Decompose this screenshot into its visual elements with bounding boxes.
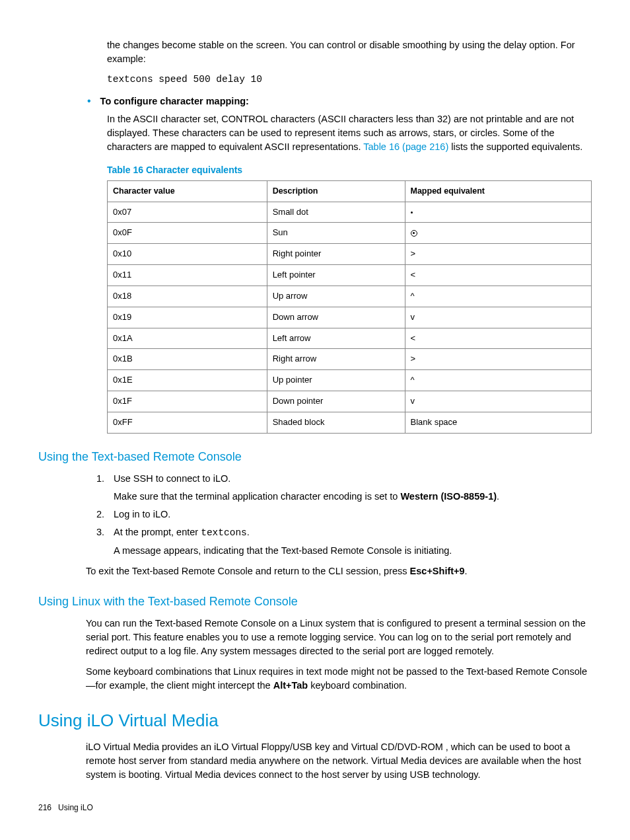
page-footer: 216 Using iLO — [38, 802, 93, 814]
cell-value: 0x07 — [108, 202, 267, 223]
step-sub-before: Make sure that the terminal application … — [114, 491, 400, 502]
table-row: 0x1B Right arrow > — [108, 349, 592, 370]
page-number: 216 — [38, 803, 52, 812]
th-char-value: Character value — [108, 181, 267, 202]
step-1: Use SSH to connect to iLO. Make sure tha… — [107, 472, 592, 504]
cell-value: 0x0F — [108, 223, 267, 244]
table-row: 0x19 Down arrow v — [108, 307, 592, 328]
intro-code: textcons speed 500 delay 10 — [107, 73, 592, 87]
table-row: 0x11 Left pointer < — [108, 265, 592, 286]
exit-instruction: To exit the Text-based Remote Console an… — [86, 564, 592, 578]
sun-icon — [411, 230, 417, 237]
cell-value: 0x1F — [108, 391, 267, 412]
step-sub-bold: Western (ISO-8859-1) — [400, 491, 497, 502]
cell-mapped: Blank space — [405, 412, 592, 433]
step-subtext: Make sure that the terminal application … — [114, 490, 592, 504]
linux-p2-after: keyboard combination. — [308, 680, 407, 691]
cell-value: 0x1E — [108, 370, 267, 391]
exit-before: To exit the Text-based Remote Console an… — [86, 566, 410, 576]
cell-value: 0x1B — [108, 349, 267, 370]
section-heading-virtual-media: Using iLO Virtual Media — [38, 708, 592, 734]
cell-value: 0x1A — [108, 328, 267, 349]
exit-after: . — [465, 566, 468, 576]
cell-mapped: > — [405, 244, 592, 265]
linux-p2-bold: Alt+Tab — [273, 680, 308, 691]
cell-desc: Left arrow — [267, 328, 405, 349]
step-subtext: A message appears, indicating that the T… — [114, 544, 592, 558]
footer-section: Using iLO — [58, 803, 93, 812]
table-link[interactable]: Table 16 (page 216) — [363, 141, 448, 152]
cell-mapped — [405, 223, 592, 244]
exit-key: Esc+Shift+9 — [410, 566, 465, 576]
bullet-body: In the ASCII character set, CONTROL char… — [107, 112, 592, 154]
bullet-heading: To configure character mapping: — [100, 95, 249, 108]
table-row: 0x1E Up pointer ^ — [108, 370, 592, 391]
th-description: Description — [267, 181, 405, 202]
step-3: At the prompt, enter textcons. A message… — [107, 525, 592, 558]
cell-mapped: < — [405, 265, 592, 286]
cell-mapped: v — [405, 307, 592, 328]
cell-mapped: < — [405, 328, 592, 349]
table-row: 0x0F Sun — [108, 223, 592, 244]
table-header-row: Character value Description Mapped equiv… — [108, 181, 592, 202]
cell-mapped — [405, 202, 592, 223]
table-row: 0x07 Small dot — [108, 202, 592, 223]
table-row: 0xFF Shaded block Blank space — [108, 412, 592, 433]
cell-mapped: ^ — [405, 370, 592, 391]
character-equivalents-table: Character value Description Mapped equiv… — [107, 180, 592, 433]
th-mapped: Mapped equivalent — [405, 181, 592, 202]
cell-desc: Up arrow — [267, 286, 405, 307]
cell-value: 0x18 — [108, 286, 267, 307]
cell-desc: Up pointer — [267, 370, 405, 391]
cell-desc: Left pointer — [267, 265, 405, 286]
small-dot-icon — [411, 211, 413, 213]
virtual-media-para: iLO Virtual Media provides an iLO Virtua… — [86, 740, 592, 782]
table-row: 0x10 Right pointer > — [108, 244, 592, 265]
step-sub-after: . — [497, 491, 499, 502]
cell-desc: Right pointer — [267, 244, 405, 265]
bullet-icon: • — [87, 95, 91, 108]
step-text: At the prompt, enter — [114, 527, 201, 537]
table-row: 0x18 Up arrow ^ — [108, 286, 592, 307]
table-row: 0x1F Down pointer v — [108, 391, 592, 412]
table-caption: Table 16 Character equivalents — [107, 163, 592, 176]
section-heading-linux: Using Linux with the Text-based Remote C… — [38, 593, 592, 610]
step-2: Log in to iLO. — [107, 508, 592, 521]
cell-desc: Sun — [267, 223, 405, 244]
section-heading-text-console: Using the Text-based Remote Console — [38, 448, 592, 465]
steps-list: Use SSH to connect to iLO. Make sure tha… — [38, 472, 592, 558]
cell-desc: Down arrow — [267, 307, 405, 328]
cell-mapped: v — [405, 391, 592, 412]
cell-value: 0x10 — [108, 244, 267, 265]
cell-value: 0x19 — [108, 307, 267, 328]
cell-value: 0x11 — [108, 265, 267, 286]
intro-paragraph: the changes become stable on the screen.… — [107, 38, 592, 66]
cell-desc: Right arrow — [267, 349, 405, 370]
linux-para-1: You can run the Text-based Remote Consol… — [86, 617, 592, 658]
cell-desc: Small dot — [267, 202, 405, 223]
cell-mapped: ^ — [405, 286, 592, 307]
cell-mapped: > — [405, 349, 592, 370]
linux-para-2: Some keyboard combinations that Linux re… — [86, 665, 592, 693]
table-row: 0x1A Left arrow < — [108, 328, 592, 349]
step-code: textcons — [201, 527, 247, 538]
cell-value: 0xFF — [108, 412, 267, 433]
cell-desc: Shaded block — [267, 412, 405, 433]
bullet-body-after: lists the supported equivalents. — [448, 141, 582, 152]
step-text: Use SSH to connect to iLO. — [114, 473, 230, 484]
cell-desc: Down pointer — [267, 391, 405, 412]
step-after: . — [247, 527, 250, 537]
